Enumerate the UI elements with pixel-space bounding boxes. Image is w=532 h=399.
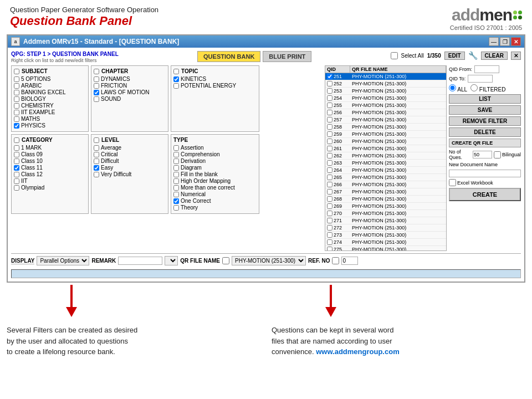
select-all-checkbox[interactable] [391,52,398,59]
table-row[interactable]: 274PHY-MOTION (251-300) [325,239,446,246]
table-row[interactable]: 268PHY-MOTION (251-300) [325,196,446,203]
delete-button[interactable]: DELETE [449,127,521,137]
qr-file-cell: PHY-MOTION (251-300) [350,167,446,173]
list-item: Class 11 [14,165,86,171]
subject-item-checkbox[interactable] [14,123,19,129]
subject-section: SUBJECT 5 OPTIONSARABICBANKING EXCELBIOL… [14,68,86,129]
topic-checkbox[interactable] [173,69,179,74]
count-label: 1/350 [427,53,441,59]
type-section: TYPE AssertionComprehensionDerivationDia… [173,137,257,211]
chapter-items: DYNAMICSFRICTIONLAWS OF MOTIONSOUND [94,76,166,102]
display-select[interactable]: Parallel Options [37,256,89,265]
subject-item-checkbox[interactable] [14,116,19,122]
topic-section: TOPIC KINETICSPOTENTIAL ENERGY [173,68,257,89]
subject-item-checkbox[interactable] [14,103,19,109]
excel-workbook-checkbox[interactable] [449,179,456,186]
qid-range-row: QID From: [449,65,521,73]
level-label: LEVEL [101,137,119,143]
remark-select[interactable] [165,256,178,265]
table-row[interactable]: 271PHY-MOTION (251-300) [325,217,446,224]
no-ques-input[interactable] [473,151,492,158]
table-row[interactable]: 265PHY-MOTION (251-300) [325,174,446,181]
table-row[interactable]: 257PHY-MOTION (251-300) [325,116,446,124]
category-checkbox[interactable] [14,137,19,143]
table-row[interactable]: 266PHY-MOTION (251-300) [325,181,446,188]
qr-file-cell: PHY-MOTION (251-300) [350,131,446,137]
table-row[interactable]: 263PHY-MOTION (251-300) [325,160,446,167]
qid-cell: 265 [325,174,350,181]
subject-item-checkbox[interactable] [14,96,19,102]
table-row[interactable]: 267PHY-MOTION (251-300) [325,188,446,196]
right-annotation-link[interactable]: www.addmengroup.com [316,347,399,356]
qid-to-input[interactable] [468,75,493,83]
category-items: 1 MARKClass 09Class 10Class 11Class 12II… [14,145,86,191]
table-row[interactable]: 272PHY-MOTION (251-300) [325,224,446,232]
table-row[interactable]: 258PHY-MOTION (251-300) [325,124,446,131]
table-row[interactable]: 253PHY-MOTION (251-300) [325,88,446,95]
close-button[interactable]: ✕ [511,37,521,46]
filtered-radio[interactable] [470,84,478,91]
ref-no-checkbox[interactable] [332,257,339,264]
chapter-checkbox[interactable] [94,69,99,74]
qr-file-checkbox[interactable] [222,257,229,264]
table-row[interactable]: 261PHY-MOTION (251-300) [325,145,446,152]
select-all-label: Select All [401,53,424,59]
minimize-button[interactable]: — [489,37,499,46]
remark-input[interactable] [118,257,162,265]
table-row[interactable]: 262PHY-MOTION (251-300) [325,152,446,160]
header-right: addmen Certified ISO 27001 : 2005 [450,6,522,31]
qr-file-cell: PHY-MOTION (251-300) [350,116,446,123]
edit-button[interactable]: EDIT [444,52,465,60]
subject-item-checkbox[interactable] [14,90,19,95]
all-radio-label[interactable]: ALL [449,84,467,93]
list-button[interactable]: LIST [449,94,521,104]
subject-item-checkbox[interactable] [14,76,19,82]
list-item: BIOLOGY [14,96,86,102]
ref-no-input[interactable] [341,257,358,265]
table-row[interactable]: 273PHY-MOTION (251-300) [325,232,446,239]
table-row[interactable]: 270PHY-MOTION (251-300) [325,210,446,217]
subject-item-checkbox[interactable] [14,83,19,89]
left-annotation-text: Several Filters can be created as desire… [7,326,137,356]
save-button[interactable]: SAVE [449,105,521,115]
list-item: DYNAMICS [94,76,166,82]
close-x-button[interactable]: ✕ [511,52,521,60]
qid-from-input[interactable] [474,65,499,73]
tools-icon[interactable]: 🔧 [468,51,478,60]
table-row[interactable]: 252PHY-MOTION (251-300) [325,80,446,88]
table-row[interactable]: 269PHY-MOTION (251-300) [325,203,446,210]
bilingual-checkbox[interactable] [494,151,501,158]
restore-button[interactable]: ❐ [500,37,510,46]
table-row[interactable]: 259PHY-MOTION (251-300) [325,131,446,138]
qid-cell: 260 [325,138,350,145]
list-item: More than one correct [173,185,257,191]
table-row[interactable]: 256PHY-MOTION (251-300) [325,109,446,116]
tab-blue-print[interactable]: BLUE PRINT [263,51,311,62]
qid-cell: 259 [325,131,350,137]
qid-table: QID QR FILE NAME 251PHY-MOTION (251-300)… [325,65,447,251]
table-row[interactable]: 260PHY-MOTION (251-300) [325,138,446,145]
topic-filter: TOPIC KINETICSPOTENTIAL ENERGY [171,65,259,132]
status-bar [11,269,521,278]
table-row[interactable]: 264PHY-MOTION (251-300) [325,167,446,174]
clear-button[interactable]: CLEAR [481,52,508,60]
table-row[interactable]: 251PHY-MOTION (251-300) [325,73,446,80]
create-button[interactable]: CREATE [449,188,521,201]
remove-filter-button[interactable]: REMOVE FILTER [449,116,521,126]
tab-question-bank[interactable]: QUESTION BANK [197,51,260,62]
filtered-radio-label[interactable]: FILTERED [470,84,505,93]
all-radio[interactable] [449,84,456,91]
table-row[interactable]: 275PHY-MOTION (251-300) [325,246,446,250]
doc-name-input[interactable] [449,170,521,177]
table-row[interactable]: 254PHY-MOTION (251-300) [325,95,446,102]
qr-file-cell: PHY-MOTION (251-300) [350,160,446,166]
qr-file-select[interactable]: PHY-MOTION (251-300) [232,256,306,265]
qid-to-label: QID To: [449,76,466,81]
table-row[interactable]: 255PHY-MOTION (251-300) [325,102,446,109]
list-item: Comprehension [173,151,257,157]
chapter-label: CHAPTER [101,68,128,74]
list-item: PHYSICS [14,122,86,129]
subject-checkbox[interactable] [14,69,19,74]
level-checkbox[interactable] [94,137,99,143]
subject-item-checkbox[interactable] [14,110,19,115]
